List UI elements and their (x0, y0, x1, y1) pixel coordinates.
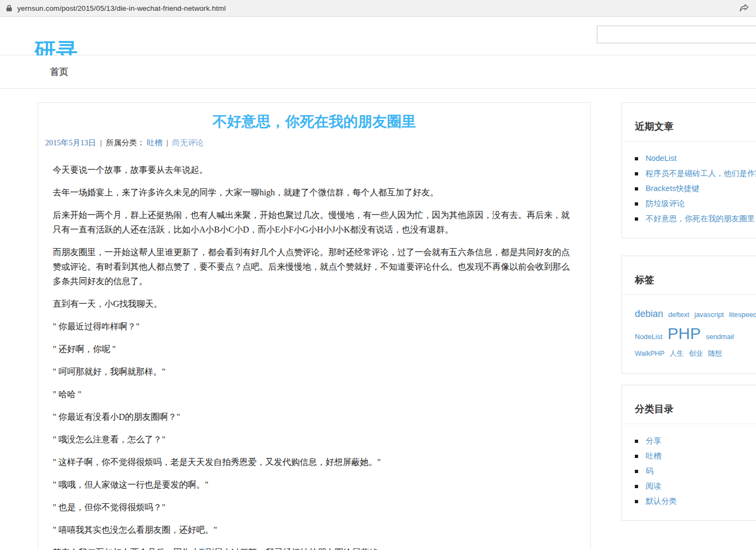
list-item: 码 (635, 466, 756, 476)
bullet-icon (635, 500, 638, 503)
post-title[interactable]: 不好意思，你死在我的朋友圈里 (44, 112, 584, 131)
tag-link[interactable]: 随想 (708, 349, 722, 357)
recent-posts-widget: 近期文章 NodeList 程序员不是砌砖工人，他们是作家 Brackets快捷… (621, 102, 756, 238)
bullet-icon (635, 455, 638, 458)
paragraph-text: 刷屏太过频繁，我已经把她的朋友圈给屏蔽掉。 (206, 548, 387, 550)
bullet-icon (635, 217, 638, 221)
bullet-icon (635, 485, 638, 488)
paragraph: " 哦没怎么注意看，怎么了？" (53, 432, 576, 447)
list-item: Brackets快捷键 (635, 184, 756, 194)
category-link[interactable]: 吐槽 (646, 451, 661, 461)
recent-post-link[interactable]: 程序员不是砌砖工人，他们是作家 (646, 168, 756, 179)
categories-widget: 分类目录 分享 吐槽 码 阅读 默认分类 (621, 385, 756, 521)
paragraph: " 嘻嘻我其实也没怎么看朋友圈，还好吧。" (53, 523, 576, 537)
paragraph: " 也是，但你不觉得很烦吗？" (53, 500, 576, 514)
bullet-icon (635, 157, 638, 160)
bullet-icon (635, 187, 638, 191)
tag-link[interactable]: PHP (668, 325, 701, 342)
paragraph: 后来开始一两个月，群上还挺热闹，也有人喊出来聚，开始也聚过几次。慢慢地，有一些人… (53, 208, 576, 237)
categories-title: 分类目录 (622, 385, 756, 424)
tags-widget: 标签 debian deftext javascript litespeed N… (621, 256, 756, 374)
category-link[interactable]: 阅读 (646, 481, 661, 491)
post-body: 今天要说一个故事，故事要从去年说起。 去年一场婚宴上，来了许多许久未见的同学，大… (44, 148, 584, 550)
list-item: 防垃圾评论 (635, 199, 756, 209)
tag-link[interactable]: javascript (695, 311, 724, 319)
tag-cloud: debian deftext javascript litespeed Node… (622, 295, 756, 373)
category-label: 所属分类： (106, 138, 145, 147)
paragraph: " 哦哦，但人家做这一行也是要发的啊。" (53, 477, 576, 492)
list-item: 默认分类 (635, 496, 756, 506)
nav-item-home[interactable]: 首页 (50, 66, 68, 78)
paragraph: 其实在我们互加好友两个月后，因为小D刷屏太过频繁，我已经把她的朋友圈给屏蔽掉。 (53, 545, 576, 550)
paragraph: 而朋友圈里，一开始这帮人里谁更新了，都会看到有好几个人点赞评论。那时还经常评论，… (53, 245, 576, 288)
paragraph: 去年一场婚宴上，来了许多许久未见的同学，大家一聊high，就建了个微信群，每个人… (53, 185, 576, 200)
lock-icon (6, 4, 12, 12)
paragraph: " 还好啊，你呢 " (53, 342, 576, 356)
recent-post-link[interactable]: NodeList (646, 153, 676, 164)
tag-link[interactable]: 人生 (670, 349, 684, 357)
bullet-icon (635, 202, 638, 206)
tag-link[interactable]: NodeList (635, 333, 662, 341)
recent-post-link[interactable]: Brackets快捷键 (646, 184, 699, 194)
highlighted-character: D (199, 548, 206, 550)
bullet-icon (635, 440, 638, 443)
category-link[interactable]: 码 (646, 466, 654, 476)
category-link[interactable]: 分享 (646, 436, 661, 446)
tags-title: 标签 (622, 256, 756, 295)
bullet-icon (635, 172, 638, 175)
category-link[interactable]: 默认分类 (646, 496, 677, 506)
list-item: 吐槽 (635, 451, 756, 461)
tag-link[interactable]: sendmail (706, 333, 734, 341)
browser-url-bar[interactable]: yernsun.com/post/2015/05/13/die-in-wecha… (0, 0, 756, 17)
paragraph: 今天要说一个故事，故事要从去年说起。 (53, 163, 576, 177)
list-item: 程序员不是砌砖工人，他们是作家 (635, 168, 756, 179)
site-header: 研寻 (0, 17, 756, 55)
meta-separator: | (98, 138, 104, 147)
tag-link[interactable]: 创业 (689, 349, 703, 357)
article-card: 不好意思，你死在我的朋友圈里 2015年5月13日 | 所属分类： 吐槽 | 尚… (38, 102, 591, 550)
categories-list: 分享 吐槽 码 阅读 默认分类 (635, 436, 756, 506)
list-item: 分享 (635, 436, 756, 446)
sidebar: 近期文章 NodeList 程序员不是砌砖工人，他们是作家 Brackets快捷… (621, 102, 756, 538)
paragraph: " 哈哈 " (53, 387, 576, 401)
paragraph: " 呵呵那就好，我啊就那样。" (53, 364, 576, 379)
post-meta: 2015年5月13日 | 所属分类： 吐槽 | 尚无评论 (45, 138, 584, 148)
list-item: 阅读 (635, 481, 756, 491)
paragraph: 直到有一天，小G找我聊天。 (53, 297, 576, 311)
category-link[interactable]: 吐槽 (147, 138, 163, 147)
paragraph: " 你最近过得咋样啊？" (53, 319, 576, 334)
list-item: NodeList (635, 153, 756, 164)
list-item: 不好意思，你死在我的朋友圈里 (635, 214, 756, 224)
meta-separator: | (164, 138, 170, 147)
recent-post-link[interactable]: 不好意思，你死在我的朋友圈里 (646, 214, 755, 224)
tag-link[interactable]: litespeed (729, 311, 756, 319)
paragraph: " 你最近有没看小D的朋友圈啊？" (53, 410, 576, 424)
share-icon[interactable] (739, 3, 750, 13)
comments-link[interactable]: 尚无评论 (172, 138, 204, 147)
tag-link[interactable]: WalkPHP (635, 349, 664, 357)
search-input[interactable] (597, 25, 756, 44)
paragraph-text: 其实在我们互加好友两个月后，因为小 (53, 548, 199, 550)
recent-posts-title: 近期文章 (622, 103, 756, 142)
recent-posts-list: NodeList 程序员不是砌砖工人，他们是作家 Brackets快捷键 防垃圾… (635, 153, 756, 224)
main-nav: 首页 (0, 55, 756, 89)
post-date: 2015年5月13日 (45, 138, 96, 147)
recent-post-link[interactable]: 防垃圾评论 (646, 199, 685, 209)
tag-link[interactable]: debian (635, 308, 663, 319)
bullet-icon (635, 470, 638, 473)
tag-link[interactable]: deftext (668, 311, 689, 319)
paragraph: " 这样子啊，你不觉得很烦吗，老是天天发自拍秀恩爱，又发代购信息，好想屏蔽她。" (53, 455, 576, 469)
url-text[interactable]: yernsun.com/post/2015/05/13/die-in-wecha… (17, 4, 226, 12)
